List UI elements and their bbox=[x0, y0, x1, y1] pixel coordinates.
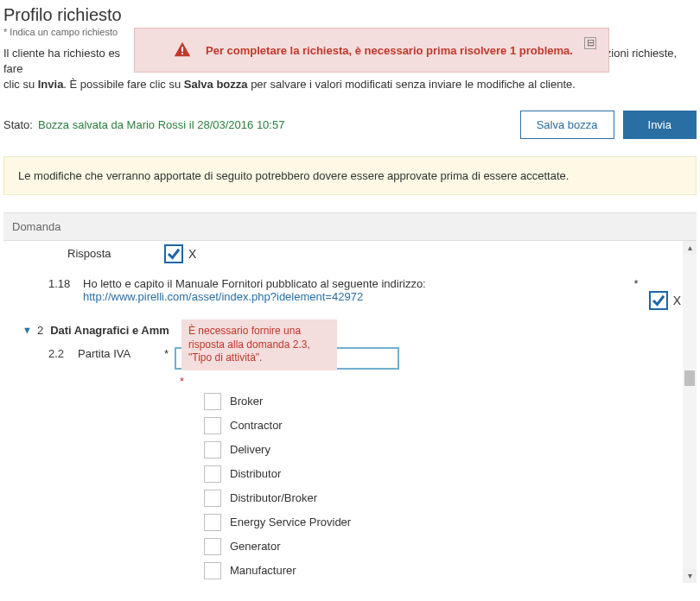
answer-label: Risposta bbox=[67, 247, 164, 260]
section-row[interactable]: ▼ 2 Dati Anagrafici e Amm bbox=[3, 317, 681, 344]
option-label: Distributor bbox=[230, 467, 281, 480]
option-row: Distributor bbox=[3, 462, 681, 486]
option-row: Generator bbox=[3, 535, 681, 559]
svg-rect-0 bbox=[181, 47, 183, 52]
scroll-down-icon[interactable]: ▾ bbox=[683, 569, 697, 583]
question-row: Risposta X bbox=[3, 241, 681, 270]
option-row: Energy Service Provider bbox=[3, 510, 681, 535]
close-icon[interactable]: ⊟ bbox=[584, 37, 596, 49]
required-marker-row: * bbox=[3, 373, 681, 389]
section-number: 2 bbox=[37, 324, 43, 337]
option-row: Delivery bbox=[3, 438, 681, 462]
svg-rect-1 bbox=[181, 53, 183, 54]
required-asterisk: * bbox=[634, 277, 639, 290]
question-text: Ho letto e capito il Manuale Fornitori p… bbox=[83, 277, 426, 290]
question-number: 1.18 bbox=[48, 277, 83, 290]
checkbox-unchecked[interactable] bbox=[204, 393, 221, 410]
option-label: Broker bbox=[230, 395, 263, 408]
option-row: Manufacturer bbox=[3, 559, 681, 583]
option-row: Contractor bbox=[3, 414, 681, 438]
section-title: Dati Anagrafici e Amm bbox=[50, 324, 169, 337]
scroll-up-icon[interactable]: ▴ bbox=[683, 241, 697, 255]
instructions-bold: Invia bbox=[38, 78, 64, 91]
checkbox-checked[interactable] bbox=[649, 291, 668, 310]
section-header-domanda: Domanda bbox=[3, 212, 697, 241]
required-asterisk: * bbox=[164, 347, 171, 360]
question-row: 1.18 Ho letto e capito il Manuale Fornit… bbox=[3, 270, 681, 317]
option-row: Distributor/Broker bbox=[3, 486, 681, 510]
scroll-thumb[interactable] bbox=[684, 370, 695, 386]
vertical-scrollbar[interactable]: ▴ ▾ bbox=[683, 241, 697, 583]
option-row: Broker bbox=[3, 389, 681, 414]
required-asterisk: * bbox=[180, 375, 184, 388]
instructions-text: . È possibile fare clic su bbox=[63, 78, 183, 91]
checkbox-unchecked[interactable] bbox=[204, 490, 221, 507]
error-banner: Per completare la richiesta, è necessari… bbox=[134, 28, 609, 73]
checkbox-checked[interactable] bbox=[164, 244, 183, 263]
option-label: Contractor bbox=[230, 419, 283, 432]
checkbox-unchecked[interactable] bbox=[204, 514, 221, 531]
instructions-text: clic su bbox=[3, 78, 38, 91]
approval-note: Le modifiche che verranno apportate di s… bbox=[3, 156, 697, 195]
validation-tooltip: È necessario fornire una risposta alla d… bbox=[181, 319, 337, 370]
option-label: Energy Service Provider bbox=[230, 516, 351, 528]
instructions-text: Il cliente ha richiesto es bbox=[3, 47, 120, 60]
question-label: Partita IVA bbox=[78, 347, 164, 360]
instructions-bold: Salva bozza bbox=[184, 78, 248, 91]
page-title: Profilo richiesto bbox=[3, 5, 697, 25]
chevron-down-icon: ▼ bbox=[22, 325, 32, 335]
question-row: 2.2 Partita IVA * bbox=[3, 344, 681, 373]
question-number: 2.2 bbox=[48, 347, 78, 360]
checkbox-unchecked[interactable] bbox=[204, 562, 221, 579]
x-mark: X bbox=[673, 294, 681, 307]
checkbox-unchecked[interactable] bbox=[204, 441, 221, 459]
option-label: Delivery bbox=[230, 443, 270, 456]
link-supplier-manual[interactable]: http://www.pirelli.com/asset/index.php?i… bbox=[83, 290, 363, 303]
status-value: Bozza salvata da Mario Rossi il 28/03/20… bbox=[38, 118, 284, 131]
status-label: Stato: bbox=[3, 118, 33, 131]
option-label: Distributor/Broker bbox=[230, 491, 317, 504]
checkbox-unchecked[interactable] bbox=[204, 417, 221, 434]
option-label: Manufacturer bbox=[230, 564, 296, 577]
checkbox-unchecked[interactable] bbox=[204, 465, 221, 483]
checkbox-unchecked[interactable] bbox=[204, 538, 221, 555]
warning-icon bbox=[173, 41, 192, 60]
submit-button[interactable]: Invia bbox=[623, 111, 697, 139]
instructions-text: per salvare i valori modificati senza in… bbox=[248, 78, 576, 91]
error-banner-text: Per completare la richiesta, è necessari… bbox=[206, 44, 584, 57]
save-draft-button[interactable]: Salva bozza bbox=[520, 111, 614, 139]
x-mark: X bbox=[188, 247, 196, 261]
option-label: Generator bbox=[230, 540, 281, 553]
